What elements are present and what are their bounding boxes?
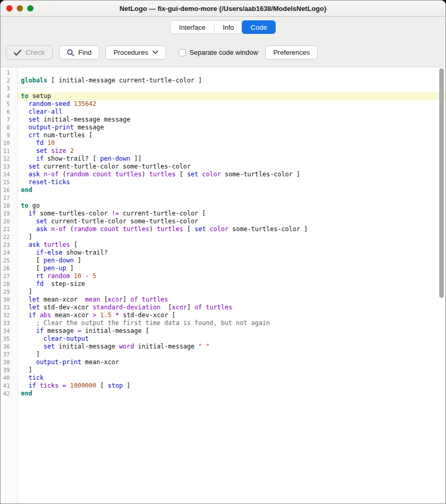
line-number: 35 <box>1 335 17 343</box>
code-line[interactable]: if-else show-trail? <box>18 249 445 257</box>
procedures-dropdown-label: Procedures <box>113 49 148 56</box>
line-number: 20 <box>1 218 17 225</box>
line-number: 21 <box>1 225 17 233</box>
line-number: 12 <box>1 155 17 163</box>
check-button[interactable]: Check <box>6 45 53 59</box>
line-number: 4 <box>1 92 17 100</box>
code-line[interactable]: tick <box>18 374 445 382</box>
code-line[interactable]: end <box>18 186 445 194</box>
line-number: 14 <box>1 171 17 178</box>
code-line[interactable]: clear-all <box>18 108 445 116</box>
code-line[interactable]: ask n-of (random count turtles) turtles … <box>18 171 445 178</box>
code-line[interactable]: ] <box>18 351 445 358</box>
line-number: 9 <box>1 131 17 139</box>
line-number: 25 <box>1 257 17 265</box>
code-line[interactable]: fd step-size <box>18 280 445 288</box>
code-line[interactable]: random-seed 135642 <box>18 100 445 108</box>
code-line[interactable]: set size 2 <box>18 147 445 155</box>
line-number: 15 <box>1 178 17 186</box>
line-number: 39 <box>1 366 17 374</box>
code-line[interactable]: output-print message <box>18 124 445 131</box>
code-line[interactable]: set initial-message message <box>18 116 445 124</box>
line-number: 33 <box>1 319 17 327</box>
line-number: 28 <box>1 280 17 288</box>
code-line[interactable]: if message = initial-message [ <box>18 327 445 335</box>
line-number: 42 <box>1 390 17 398</box>
code-line[interactable]: ] <box>18 366 445 374</box>
code-line[interactable]: ; Clear the output the first time data i… <box>18 319 445 327</box>
line-number: 2 <box>1 77 17 85</box>
header: Interface Info Code Check <box>1 17 445 67</box>
code-line[interactable]: ] <box>18 288 445 296</box>
line-number: 7 <box>1 116 17 124</box>
zoom-window-button[interactable] <box>27 5 33 11</box>
code-line[interactable]: to go <box>18 202 445 210</box>
code-line[interactable]: end <box>18 390 445 398</box>
tab-code[interactable]: Code <box>242 20 276 34</box>
code-line[interactable]: [ pen-down ] <box>18 257 445 265</box>
code-line[interactable]: fd 10 <box>18 139 445 147</box>
line-number: 38 <box>1 358 17 366</box>
code-line[interactable]: reset-ticks <box>18 178 445 186</box>
code-line[interactable]: if some-turtles-color != current-turtle-… <box>18 210 445 218</box>
code-line[interactable]: ask n-of (random count turtles) turtles … <box>18 225 445 233</box>
code-editor[interactable]: 1234567891011121314151617181920212223242… <box>1 67 445 504</box>
preferences-button[interactable]: Preferences <box>265 45 318 59</box>
code-line[interactable]: let std-dev-xcor standard-deviation [xco… <box>18 304 445 311</box>
close-window-button[interactable] <box>6 5 13 11</box>
code-lines[interactable]: globals [ initial-message current-turtle… <box>18 67 445 504</box>
check-button-label: Check <box>26 49 45 56</box>
code-line[interactable] <box>18 69 445 77</box>
code-line[interactable]: set current-turtle-color some-turtles-co… <box>18 163 445 171</box>
code-line[interactable]: ] <box>18 233 445 241</box>
line-number: 29 <box>1 288 17 296</box>
code-line[interactable]: clear-output <box>18 335 445 343</box>
code-line[interactable] <box>18 85 445 92</box>
procedures-dropdown[interactable]: Procedures <box>105 45 166 59</box>
tab-info[interactable]: Info <box>214 21 242 33</box>
line-number: 17 <box>1 194 17 202</box>
line-number: 10 <box>1 139 17 147</box>
code-line[interactable]: [ pen-up ] <box>18 265 445 272</box>
code-line[interactable]: if ticks = 1000000 [ stop ] <box>18 382 445 390</box>
separate-code-window-checkbox[interactable] <box>179 49 186 56</box>
code-line[interactable]: ask turtles [ <box>18 241 445 249</box>
code-line[interactable]: rt random 10 - 5 <box>18 272 445 280</box>
line-number: 19 <box>1 210 17 218</box>
code-line[interactable]: if show-trail? [ pen-down ]] <box>18 155 445 163</box>
code-line[interactable]: globals [ initial-message current-turtle… <box>18 77 445 85</box>
titlebar[interactable]: NetLogo — fix-gui-demo-more {/Users/aab1… <box>1 1 445 17</box>
vertical-scrollbar-thumb[interactable] <box>439 68 444 298</box>
line-number: 24 <box>1 249 17 257</box>
line-number: 11 <box>1 147 17 155</box>
line-number: 41 <box>1 382 17 390</box>
toolbar: Check Find Procedures Separate code wind… <box>6 45 318 59</box>
code-line[interactable]: set current-turtle-color some-turtles-co… <box>18 218 445 225</box>
line-number: 13 <box>1 163 17 171</box>
line-number: 22 <box>1 233 17 241</box>
line-number: 16 <box>1 186 17 194</box>
line-number: 8 <box>1 124 17 131</box>
line-number: 5 <box>1 100 17 108</box>
line-number: 34 <box>1 327 17 335</box>
window-title: NetLogo — fix-gui-demo-more {/Users/aab1… <box>1 5 445 13</box>
find-button-label: Find <box>78 49 91 56</box>
line-number: 30 <box>1 296 17 304</box>
find-button[interactable]: Find <box>59 45 99 59</box>
tab-switcher: Interface Info Code <box>170 20 276 34</box>
tab-interface[interactable]: Interface <box>171 21 214 33</box>
line-number: 26 <box>1 265 17 272</box>
separate-code-window-label[interactable]: Separate code window <box>190 49 259 56</box>
minimize-window-button[interactable] <box>17 5 23 11</box>
separate-code-window-group: Separate code window <box>179 49 259 56</box>
code-line[interactable]: if abs mean-xcor > 1.5 * std-dev-xcor [ <box>18 311 445 319</box>
code-line[interactable]: let mean-xcor mean [xcor] of turtles <box>18 296 445 304</box>
traffic-lights <box>6 1 33 16</box>
line-number: 3 <box>1 85 17 92</box>
code-line[interactable]: crt num-turtles [ <box>18 131 445 139</box>
code-line[interactable]: set initial-message word initial-message… <box>18 343 445 351</box>
search-icon <box>67 49 74 56</box>
code-line[interactable] <box>18 194 445 202</box>
code-line[interactable]: output-print mean-xcor <box>18 358 445 366</box>
code-line[interactable]: to setup <box>18 92 445 100</box>
